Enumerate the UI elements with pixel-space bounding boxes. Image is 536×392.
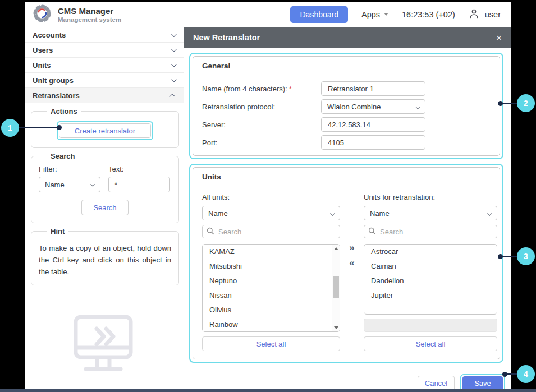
callout-dot <box>502 372 507 377</box>
server-input[interactable] <box>321 117 425 132</box>
protocol-select[interactable]: Wialon Combine <box>321 99 425 114</box>
create-retranslator-highlight: Create retranslator <box>57 121 153 140</box>
dashboard-button[interactable]: Dashboard <box>290 6 348 23</box>
general-card: General Name (from 4 characters):* Retra… <box>193 56 500 156</box>
search-icon <box>368 227 376 237</box>
server-field-row: Server: <box>202 117 491 132</box>
new-retranslator-panel: New Retranslator × General Name (from 4 … <box>184 27 511 389</box>
sidebar-item-label: Unit groups <box>33 76 74 85</box>
callout-dot <box>57 125 62 130</box>
all-units-sort-select[interactable]: Name <box>202 206 340 220</box>
hint-group: Hint To make a copy of an object, hold d… <box>31 227 179 285</box>
name-input[interactable] <box>321 81 425 96</box>
sidebar: Accounts Users Units Unit groups Retrans… <box>25 27 184 389</box>
app-window: CMS Manager Management system Dashboard … <box>25 2 511 389</box>
scrollbar-track[interactable] <box>332 252 340 324</box>
chevron-down-icon <box>171 31 177 37</box>
search-icon <box>207 227 214 237</box>
disabled-input <box>364 319 497 332</box>
retranslation-units-search-input[interactable] <box>364 225 497 238</box>
cancel-button[interactable]: Cancel <box>418 376 455 391</box>
retranslation-units-sort-value: Name <box>370 209 390 218</box>
user-menu[interactable]: user <box>469 8 501 21</box>
retranslation-units-list: Astrocar Caiman Dandelion Jupiter <box>364 244 497 315</box>
all-units-select-all-button[interactable]: Select all <box>202 336 340 351</box>
units-section-highlight: Units All units: Name <box>189 164 503 363</box>
all-units-search <box>202 225 340 238</box>
sidebar-item-users[interactable]: Users <box>25 43 184 58</box>
chevron-down-icon <box>90 182 95 186</box>
chevron-down-icon <box>171 62 177 67</box>
close-icon[interactable]: × <box>496 33 502 43</box>
sidebar-item-label: Accounts <box>33 31 66 39</box>
units-card-title: Units <box>193 168 500 186</box>
list-item[interactable]: Jupiter <box>364 288 497 303</box>
callout-4-badge: 4 <box>517 365 535 383</box>
all-units-search-input[interactable] <box>202 225 340 238</box>
panel-title: New Retranslator <box>193 33 260 42</box>
caret-down-icon <box>384 13 388 16</box>
all-units-sort-value: Name <box>208 209 228 218</box>
filter-select[interactable]: Name <box>39 177 100 192</box>
sidebar-item-units[interactable]: Units <box>25 58 184 73</box>
port-label: Port: <box>202 139 321 147</box>
scrollbar[interactable] <box>332 245 340 331</box>
chevron-down-icon <box>415 104 420 109</box>
user-icon <box>469 8 479 21</box>
filter-label: Filter: <box>39 165 100 173</box>
all-units-column: All units: Name <box>202 193 340 351</box>
chevron-up-icon <box>169 93 175 99</box>
transfer-controls: » « <box>340 193 364 351</box>
list-item[interactable]: Neptuno <box>203 274 340 288</box>
name-label: Name (from 4 characters):* <box>202 85 321 93</box>
actions-legend: Actions <box>47 107 81 116</box>
chevron-down-icon <box>330 211 335 215</box>
retranslation-units-search <box>364 225 497 238</box>
sidebar-item-accounts[interactable]: Accounts <box>25 27 184 43</box>
text-label: Text: <box>108 165 170 173</box>
scrollbar-thumb[interactable] <box>333 276 339 298</box>
general-card-title: General <box>193 57 500 75</box>
top-bar: CMS Manager Management system Dashboard … <box>25 2 511 27</box>
move-left-button[interactable]: « <box>349 258 354 268</box>
move-right-button[interactable]: » <box>349 243 354 252</box>
filter-select-value: Name <box>45 181 65 189</box>
search-group: Search Filter: Name Text: Search <box>31 152 179 223</box>
create-retranslator-button[interactable]: Create retranslator <box>59 123 151 138</box>
retranslation-units-sort-select[interactable]: Name <box>364 206 497 220</box>
panel-header: New Retranslator × <box>184 27 511 48</box>
callout-1-badge: 1 <box>1 119 19 137</box>
list-item[interactable]: KAMAZ <box>203 245 340 259</box>
sidebar-item-retranslators[interactable]: Retranslators <box>25 88 184 103</box>
brand: CMS Manager Management system <box>32 3 121 26</box>
save-button[interactable]: Save <box>462 376 503 391</box>
list-item[interactable]: Dandelion <box>364 274 497 288</box>
scroll-down-icon[interactable] <box>332 324 340 331</box>
retranslation-units-label: Units for retranslation: <box>364 193 497 201</box>
name-field-row: Name (from 4 characters):* <box>202 81 491 96</box>
list-item[interactable]: Caiman <box>364 259 497 274</box>
list-item[interactable]: Astrocar <box>364 245 497 259</box>
list-item[interactable]: Mitsubishi <box>203 259 340 274</box>
chevron-down-icon <box>487 211 492 215</box>
user-name: user <box>485 10 501 19</box>
port-field-row: Port: <box>202 135 491 150</box>
list-item[interactable]: Olivius <box>203 303 340 317</box>
sidebar-item-unit-groups[interactable]: Unit groups <box>25 73 184 88</box>
apps-menu-label: Apps <box>361 10 380 19</box>
retranslator-monitor-icon <box>70 313 139 376</box>
name-label-text: Name (from 4 characters): <box>202 85 287 93</box>
apps-menu[interactable]: Apps <box>361 10 388 19</box>
search-legend: Search <box>47 152 79 160</box>
sidebar-item-label: Retranslators <box>33 91 80 100</box>
sidebar-item-label: Units <box>33 61 51 70</box>
chevron-down-icon <box>171 77 177 82</box>
retranslation-select-all-button[interactable]: Select all <box>364 336 497 351</box>
port-input[interactable] <box>321 135 425 150</box>
scroll-up-icon[interactable] <box>332 245 340 252</box>
cms-gear-logo-icon <box>32 3 52 26</box>
search-text-input[interactable] <box>108 177 170 192</box>
search-button[interactable]: Search <box>81 200 129 215</box>
list-item[interactable]: Nissan <box>203 288 340 303</box>
list-item[interactable]: Rainbow <box>203 317 340 332</box>
